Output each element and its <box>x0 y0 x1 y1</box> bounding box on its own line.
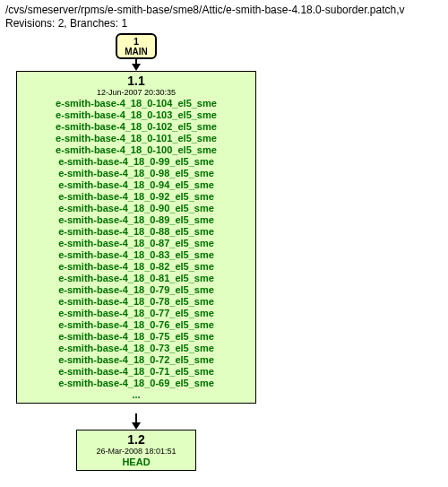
tag-label: e-smith-base-4_18_0-75_el5_sme <box>24 331 248 343</box>
arrow-icon <box>132 64 141 71</box>
ellipsis: ... <box>24 389 248 401</box>
file-path: /cvs/smeserver/rpms/e-smith-base/sme8/At… <box>5 4 443 16</box>
tag-label: e-smith-base-4_18_0-69_el5_sme <box>24 378 248 389</box>
tag-label: e-smith-base-4_18_0-82_el5_sme <box>24 261 248 273</box>
tag-label: e-smith-base-4_18_0-88_el5_sme <box>24 226 248 238</box>
tag-label: e-smith-base-4_18_0-79_el5_sme <box>24 284 248 296</box>
tag-label: e-smith-base-4_18_0-83_el5_sme <box>24 249 248 261</box>
tag-label: e-smith-base-4_18_0-72_el5_sme <box>24 354 248 366</box>
tag-label: e-smith-base-4_18_0-98_el5_sme <box>24 168 248 179</box>
tag-label: e-smith-base-4_18_0-92_el5_sme <box>24 191 248 203</box>
revision-date: 26-Mar-2008 18:01:51 <box>84 447 188 457</box>
revision-stats: Revisions: 2, Branches: 1 <box>5 17 443 30</box>
revision-tags: e-smith-base-4_18_0-104_el5_smee-smith-b… <box>24 98 248 389</box>
tag-label: e-smith-base-4_18_0-101_el5_sme <box>24 133 248 144</box>
tag-label: e-smith-base-4_18_0-81_el5_sme <box>24 273 248 284</box>
tag-label: e-smith-base-4_18_0-104_el5_sme <box>24 98 248 109</box>
revision-tag: HEAD <box>84 457 188 468</box>
tag-label: e-smith-base-4_18_0-78_el5_sme <box>24 296 248 308</box>
tag-label: e-smith-base-4_18_0-103_el5_sme <box>24 109 248 121</box>
revision-node-1-1[interactable]: 1.1 12-Jun-2007 20:30:35 e-smith-base-4_… <box>16 71 256 404</box>
graph-canvas: 1 MAIN 1.1 12-Jun-2007 20:30:35 e-smith-… <box>0 31 448 484</box>
tag-label: e-smith-base-4_18_0-94_el5_sme <box>24 179 248 191</box>
tag-label: e-smith-base-4_18_0-89_el5_sme <box>24 214 248 226</box>
revision-number: 1.2 <box>84 433 188 447</box>
tag-label: e-smith-base-4_18_0-90_el5_sme <box>24 203 248 214</box>
tag-label: e-smith-base-4_18_0-71_el5_sme <box>24 366 248 378</box>
tag-label: e-smith-base-4_18_0-76_el5_sme <box>24 319 248 331</box>
branch-number: 1 <box>123 36 150 47</box>
tag-label: e-smith-base-4_18_0-102_el5_sme <box>24 121 248 133</box>
tag-label: e-smith-base-4_18_0-87_el5_sme <box>24 238 248 249</box>
header: /cvs/smeserver/rpms/e-smith-base/sme8/At… <box>0 0 448 31</box>
tag-label: e-smith-base-4_18_0-73_el5_sme <box>24 343 248 354</box>
arrow-icon <box>132 422 141 430</box>
tag-label: e-smith-base-4_18_0-100_el5_sme <box>24 144 248 156</box>
branch-node-main[interactable]: 1 MAIN <box>116 33 157 59</box>
tag-label: e-smith-base-4_18_0-77_el5_sme <box>24 308 248 319</box>
revision-node-1-2[interactable]: 1.2 26-Mar-2008 18:01:51 HEAD <box>76 430 196 471</box>
revision-number: 1.1 <box>24 74 248 88</box>
revision-date: 12-Jun-2007 20:30:35 <box>24 88 248 98</box>
tag-label: e-smith-base-4_18_0-99_el5_sme <box>24 156 248 168</box>
branch-name: MAIN <box>123 47 150 57</box>
